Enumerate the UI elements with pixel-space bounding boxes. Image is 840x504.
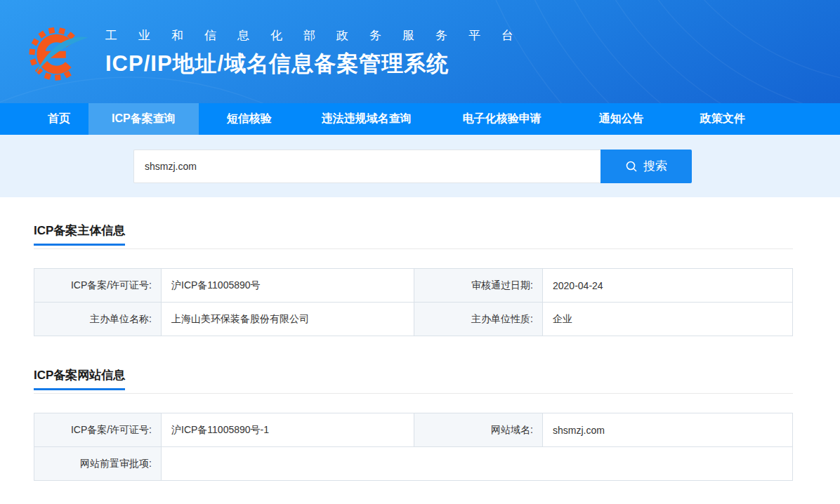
website-info-section: ICP备案网站信息 ICP备案/许可证号: 沪ICP备11005890号-1 网… bbox=[34, 367, 793, 481]
organizer-nature-label: 主办单位性质: bbox=[414, 303, 543, 336]
license-number-value: 沪ICP备11005890号 bbox=[162, 269, 414, 303]
nav-item-illegal-domain-query[interactable]: 违法违规域名查询 bbox=[300, 103, 433, 135]
license-number-label: ICP备案/许可证号: bbox=[34, 269, 162, 303]
search-button[interactable]: 搜索 bbox=[601, 150, 692, 183]
website-section-header: ICP备案网站信息 bbox=[34, 367, 793, 394]
table-row: ICP备案/许可证号: 沪ICP备11005890号-1 网站域名: shsmz… bbox=[34, 413, 793, 447]
subject-info-section: ICP备案主体信息 ICP备案/许可证号: 沪ICP备11005890号 审核通… bbox=[34, 223, 793, 336]
pre-approval-value bbox=[162, 447, 793, 481]
system-title: ICP/IP地址/域名信息备案管理系统 bbox=[105, 49, 534, 79]
pre-approval-label: 网站前置审批项: bbox=[34, 447, 162, 481]
platform-title: 工业和信息化部政务服务平台 bbox=[105, 27, 534, 44]
main-nav: 首页 ICP备案查询 短信核验 违法违规域名查询 电子化核验申请 通知公告 政策… bbox=[0, 103, 840, 135]
review-date-label: 审核通过日期: bbox=[414, 269, 543, 303]
table-row: ICP备案/许可证号: 沪ICP备11005890号 审核通过日期: 2020-… bbox=[34, 269, 793, 303]
table-row: 网站前置审批项: bbox=[34, 447, 793, 481]
organizer-name-value: 上海山美环保装备股份有限公司 bbox=[162, 303, 414, 336]
subject-info-table: ICP备案/许可证号: 沪ICP备11005890号 审核通过日期: 2020-… bbox=[34, 268, 793, 336]
site-domain-value: shsmzj.com bbox=[543, 413, 793, 447]
nav-item-icp-query[interactable]: ICP备案查询 bbox=[88, 103, 199, 135]
organizer-name-label: 主办单位名称: bbox=[34, 303, 162, 336]
nav-item-policy-documents[interactable]: 政策文件 bbox=[672, 103, 773, 135]
site-header: 工业和信息化部政务服务平台 ICP/IP地址/域名信息备案管理系统 bbox=[0, 0, 840, 103]
site-domain-label: 网站域名: bbox=[414, 413, 543, 447]
site-license-number-label: ICP备案/许可证号: bbox=[34, 413, 162, 447]
main-content: ICP备案主体信息 ICP备案/许可证号: 沪ICP备11005890号 审核通… bbox=[0, 197, 840, 481]
review-date-value: 2020-04-24 bbox=[543, 269, 793, 303]
table-row: 主办单位名称: 上海山美环保装备股份有限公司 主办单位性质: 企业 bbox=[34, 303, 793, 336]
search-button-label: 搜索 bbox=[643, 158, 667, 174]
nav-item-notices[interactable]: 通知公告 bbox=[571, 103, 672, 135]
nav-item-sms-verify[interactable]: 短信核验 bbox=[199, 103, 300, 135]
subject-section-title: ICP备案主体信息 bbox=[34, 223, 125, 246]
search-input[interactable] bbox=[133, 150, 601, 183]
website-info-table: ICP备案/许可证号: 沪ICP备11005890号-1 网站域名: shsmz… bbox=[34, 413, 793, 481]
search-icon bbox=[625, 160, 638, 173]
site-license-number-value: 沪ICP备11005890号-1 bbox=[162, 413, 414, 447]
miit-gear-e-logo bbox=[27, 21, 90, 84]
search-band: 搜索 bbox=[0, 135, 840, 197]
nav-item-home[interactable]: 首页 bbox=[29, 103, 88, 135]
subject-section-header: ICP备案主体信息 bbox=[34, 223, 793, 249]
website-section-title: ICP备案网站信息 bbox=[34, 367, 125, 390]
nav-item-electronic-verify[interactable]: 电子化核验申请 bbox=[433, 103, 571, 135]
organizer-nature-value: 企业 bbox=[543, 303, 793, 336]
